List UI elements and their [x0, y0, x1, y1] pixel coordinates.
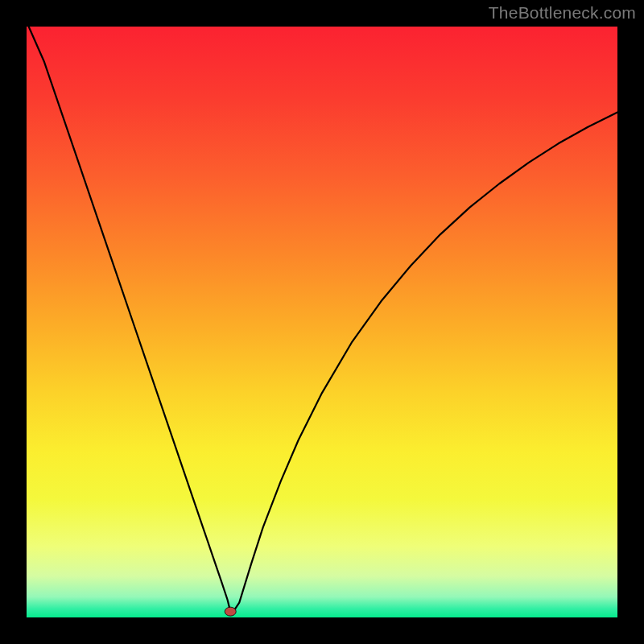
bottleneck-chart	[0, 0, 644, 644]
watermark-label: TheBottleneck.com	[489, 3, 636, 23]
chart-frame: TheBottleneck.com	[0, 0, 644, 644]
plot-background	[27, 27, 617, 617]
optimal-point-marker	[225, 607, 236, 616]
